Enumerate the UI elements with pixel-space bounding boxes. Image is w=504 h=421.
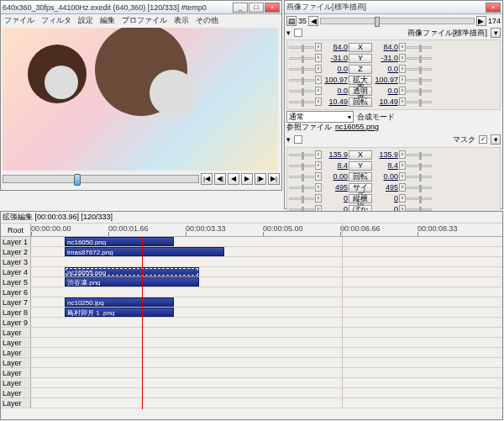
inc-button[interactable]: › — [399, 150, 406, 159]
layer-row[interactable]: Layer 14 — [1, 368, 502, 378]
param-value-left[interactable]: 10.49 — [323, 97, 348, 106]
menu-item[interactable]: 編集 — [100, 15, 115, 26]
clip[interactable]: nc16055.png — [65, 267, 199, 276]
menu-item[interactable]: 表示 — [174, 15, 189, 26]
param-slider[interactable] — [289, 165, 314, 167]
param-value-left[interactable]: 0 — [323, 194, 348, 203]
param-value-left[interactable]: -31.0 — [323, 54, 348, 62]
param-slider[interactable] — [289, 154, 314, 156]
enable-checkbox[interactable] — [294, 135, 302, 144]
layer-name[interactable]: Layer 11 — [1, 338, 31, 347]
param-slider[interactable] — [289, 79, 314, 82]
param-label[interactable]: Y — [349, 54, 372, 63]
dec-button[interactable]: ‹ — [315, 161, 322, 170]
param-slider[interactable] — [407, 79, 432, 82]
inc-button[interactable]: › — [399, 97, 406, 106]
inc-button[interactable]: › — [399, 172, 406, 181]
clip[interactable]: nc16050.png — [65, 237, 174, 246]
param-slider[interactable] — [407, 197, 432, 200]
inc-button[interactable]: › — [399, 65, 406, 73]
param-value-left[interactable]: 135.9 — [323, 150, 348, 159]
dec-button[interactable]: ‹ — [315, 194, 322, 203]
menu-item[interactable]: 設定 — [78, 15, 93, 26]
param-label[interactable]: サイズ — [349, 183, 372, 192]
param-value-right[interactable]: 8.4 — [373, 161, 398, 170]
layer-row[interactable]: Layer 2imas87872.png — [1, 247, 502, 257]
menu-item[interactable]: その他 — [196, 15, 218, 26]
param-slider[interactable] — [407, 90, 432, 92]
clip[interactable]: 島村卯月 1 .png — [65, 308, 174, 317]
layer-track[interactable]: imas87872.png — [31, 247, 502, 256]
layer-track[interactable]: nc16055.png — [31, 267, 502, 276]
layer-name[interactable]: Layer 3 — [1, 257, 31, 266]
param-label[interactable]: 拡大率 — [349, 76, 372, 85]
layer-row[interactable]: Layer 3 — [1, 257, 502, 267]
param-value-right[interactable]: 10.49 — [373, 97, 398, 106]
param-slider[interactable] — [289, 90, 314, 92]
layer-row[interactable]: Layer 5渋谷凛.png — [1, 277, 502, 287]
param-value-right[interactable]: 0.0 — [373, 65, 398, 73]
goto-end-button[interactable]: ▶| — [268, 173, 280, 185]
time-ruler[interactable]: 00:00:00.0000:00:01.6600:00:03.3300:00:0… — [31, 224, 502, 236]
min-button[interactable]: _ — [233, 3, 248, 13]
layer-track[interactable] — [31, 388, 502, 397]
inc-button[interactable]: › — [399, 76, 406, 84]
play-button[interactable]: ▶ — [241, 173, 253, 185]
param-value-right[interactable]: 0.0 — [373, 87, 398, 95]
root-label[interactable]: Root — [1, 224, 31, 236]
param-value-left[interactable]: 84.0 — [323, 43, 348, 51]
layer-name[interactable]: Layer 7 — [1, 297, 31, 307]
layer-track[interactable] — [31, 318, 502, 327]
step-fwd-button[interactable]: |▶ — [255, 173, 266, 185]
menu-item[interactable]: プロファイル — [122, 15, 167, 26]
layer-row[interactable]: Layer 7nc10250.jpg — [1, 297, 502, 308]
ref-file-value[interactable]: nc16055.png — [335, 123, 379, 131]
param-slider[interactable] — [289, 57, 314, 60]
layer-name[interactable]: Layer 6 — [1, 287, 31, 297]
dec-button[interactable]: ‹ — [315, 150, 322, 159]
layer-name[interactable]: Layer 8 — [1, 308, 31, 317]
param-slider[interactable] — [289, 68, 314, 71]
param-slider[interactable] — [289, 187, 314, 189]
layer-track[interactable] — [31, 368, 502, 377]
param-label[interactable]: Z — [349, 65, 372, 74]
layer-row[interactable]: Layer 13 — [1, 358, 502, 368]
param-slider[interactable] — [407, 101, 432, 103]
dec-button[interactable]: ‹ — [315, 97, 322, 106]
param-slider[interactable] — [407, 68, 432, 71]
inc-button[interactable]: › — [399, 161, 406, 170]
param-value-right[interactable]: 495 — [373, 183, 398, 192]
param-slider[interactable] — [289, 46, 314, 49]
dec-button[interactable]: ‹ — [315, 183, 322, 192]
layer-name[interactable]: Layer 2 — [1, 247, 31, 256]
param-label[interactable]: X — [349, 150, 372, 160]
param-slider[interactable] — [407, 154, 432, 156]
param-slider[interactable] — [407, 187, 432, 189]
param-slider[interactable] — [407, 57, 432, 60]
video-preview[interactable] — [3, 28, 278, 171]
menu-item[interactable]: ファイル — [4, 15, 34, 26]
param-label[interactable]: 回転 — [349, 97, 372, 107]
dec-button[interactable]: ‹ — [315, 43, 322, 51]
step-back-button[interactable]: ◀| — [214, 173, 226, 185]
frame-slider[interactable] — [320, 18, 475, 24]
param-value-left[interactable]: 8.4 — [323, 161, 348, 170]
param-value-left[interactable]: 495 — [323, 183, 348, 192]
param-slider[interactable] — [289, 101, 314, 103]
frame-prev-button[interactable]: ◀ — [308, 16, 318, 26]
param-label[interactable]: Y — [349, 161, 372, 171]
playhead[interactable] — [142, 237, 143, 409]
expand-icon[interactable]: ▾ — [286, 29, 291, 37]
param-value-right[interactable]: 84.0 — [373, 43, 398, 51]
layer-row[interactable]: Layer 8島村卯月 1 .png — [1, 308, 502, 318]
layer-row[interactable]: Layer 16 — [1, 388, 502, 398]
layer-track[interactable] — [31, 257, 502, 266]
layer-track[interactable] — [31, 378, 502, 387]
layer-row[interactable]: Layer 15 — [1, 378, 502, 388]
param-value-right[interactable]: -31.0 — [373, 54, 398, 62]
param-value-left[interactable]: 0.0 — [323, 87, 348, 95]
layer-track[interactable] — [31, 348, 502, 357]
layer-name[interactable]: Layer 17 — [1, 398, 31, 408]
param-value-right[interactable]: 0.00 — [373, 172, 398, 181]
layer-name[interactable]: Layer 12 — [1, 348, 31, 357]
